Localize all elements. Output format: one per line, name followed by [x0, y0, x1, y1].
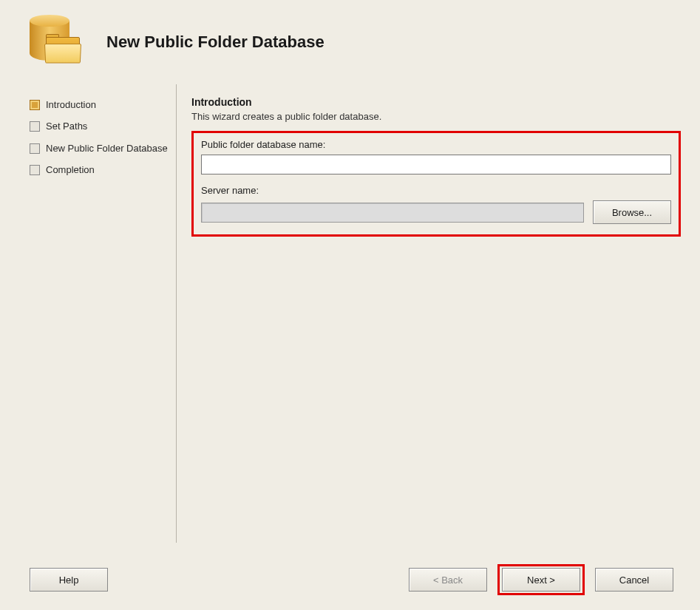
wizard-title: New Public Folder Database — [106, 33, 324, 52]
sidebar-item-set-paths[interactable]: Set Paths — [30, 121, 169, 132]
step-icon — [30, 100, 40, 110]
wizard-steps-sidebar: Introduction Set Paths New Public Folder… — [30, 84, 176, 543]
content-description: This wizard creates a public folder data… — [191, 111, 681, 122]
wizard-header: New Public Folder Database — [0, 0, 700, 84]
wizard-content: Introduction This wizard creates a publi… — [178, 84, 687, 543]
back-button[interactable]: < Back — [409, 568, 487, 592]
browse-button[interactable]: Browse... — [593, 200, 671, 224]
next-button-highlight: Next > — [497, 564, 585, 595]
database-name-label: Public folder database name: — [201, 139, 671, 150]
folder-database-icon — [27, 13, 84, 71]
step-icon — [30, 165, 40, 175]
server-name-label: Server name: — [201, 185, 671, 196]
step-icon — [30, 143, 40, 154]
sidebar-item-label: Set Paths — [46, 121, 87, 132]
server-name-row: Browse... — [201, 200, 671, 224]
sidebar-item-introduction[interactable]: Introduction — [30, 99, 169, 111]
vertical-divider — [176, 84, 177, 543]
next-button[interactable]: Next > — [502, 568, 580, 592]
sidebar-item-label: Introduction — [46, 99, 96, 111]
cancel-button[interactable]: Cancel — [595, 568, 673, 592]
input-highlight-box: Public folder database name: Server name… — [191, 131, 681, 237]
wizard-footer: Help < Back Next > Cancel — [0, 564, 700, 595]
help-button[interactable]: Help — [30, 568, 108, 592]
sidebar-item-label: Completion — [46, 164, 95, 176]
sidebar-item-new-public-folder-database[interactable]: New Public Folder Database — [30, 143, 169, 155]
sidebar-item-label: New Public Folder Database — [46, 143, 168, 155]
wizard-body: Introduction Set Paths New Public Folder… — [0, 84, 700, 543]
sidebar-item-completion[interactable]: Completion — [30, 164, 169, 176]
server-name-input — [201, 203, 584, 223]
footer-buttons: < Back Next > Cancel — [409, 564, 673, 595]
server-name-field-group: Server name: Browse... — [201, 185, 671, 224]
step-icon — [30, 121, 40, 132]
content-heading: Introduction — [191, 96, 681, 108]
database-name-field-group: Public folder database name: — [201, 139, 671, 174]
database-name-input[interactable] — [201, 155, 671, 174]
